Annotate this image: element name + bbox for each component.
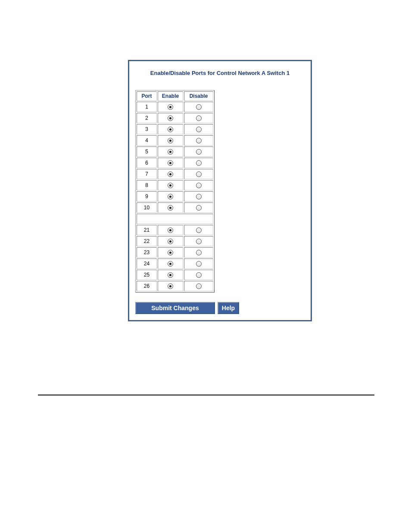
port-cell: 1 <box>137 102 157 112</box>
disable-cell <box>184 258 213 269</box>
disable-cell <box>184 102 213 112</box>
enable-cell <box>158 191 183 202</box>
port-cell: 22 <box>137 236 157 246</box>
disable-cell <box>184 135 213 146</box>
disable-radio[interactable] <box>196 104 202 110</box>
enable-radio[interactable] <box>168 227 173 233</box>
disable-cell <box>184 113 213 123</box>
port-cell: 5 <box>137 146 157 157</box>
disable-radio[interactable] <box>196 239 202 244</box>
button-row: Submit Changes Help <box>135 302 305 314</box>
help-button[interactable]: Help <box>218 302 239 314</box>
disable-radio[interactable] <box>196 160 202 166</box>
disable-cell <box>184 270 213 280</box>
table-row: 10 <box>137 202 213 213</box>
disable-cell <box>184 247 213 258</box>
disable-radio[interactable] <box>196 171 202 177</box>
enable-radio[interactable] <box>168 205 173 211</box>
enable-radio[interactable] <box>168 183 173 188</box>
panel-title: Enable/Disable Ports for Control Network… <box>135 70 305 76</box>
enable-radio[interactable] <box>168 171 173 177</box>
table-row: 8 <box>137 180 213 190</box>
enable-cell <box>158 169 183 179</box>
port-config-panel: Enable/Disable Ports for Control Network… <box>128 60 312 321</box>
table-row: 2 <box>137 113 213 123</box>
enable-cell <box>158 146 183 157</box>
disable-cell <box>184 281 213 291</box>
port-cell: 3 <box>137 124 157 134</box>
disable-radio[interactable] <box>196 194 202 199</box>
enable-cell <box>158 236 183 246</box>
disable-radio[interactable] <box>196 115 202 121</box>
enable-cell <box>158 225 183 235</box>
port-cell: 8 <box>137 180 157 190</box>
disable-cell <box>184 169 213 179</box>
table-row: 9 <box>137 191 213 202</box>
enable-radio[interactable] <box>168 127 173 132</box>
disable-cell <box>184 202 213 213</box>
header-disable: Disable <box>184 91 213 101</box>
table-row: 24 <box>137 258 213 269</box>
header-port: Port <box>137 91 157 101</box>
disable-cell <box>184 146 213 157</box>
table-row: 21 <box>137 225 213 235</box>
disable-cell <box>184 191 213 202</box>
enable-cell <box>158 202 183 213</box>
disable-radio[interactable] <box>196 272 202 278</box>
port-cell: 7 <box>137 169 157 179</box>
enable-cell <box>158 281 183 291</box>
enable-radio[interactable] <box>168 115 173 121</box>
disable-cell <box>184 180 213 190</box>
port-table: Port Enable Disable 12345678910212223242… <box>135 90 215 292</box>
table-row: 4 <box>137 135 213 146</box>
disable-radio[interactable] <box>196 138 202 143</box>
disable-radio[interactable] <box>196 183 202 188</box>
table-row: 7 <box>137 169 213 179</box>
disable-radio[interactable] <box>196 205 202 211</box>
submit-button[interactable]: Submit Changes <box>135 302 215 314</box>
port-cell: 25 <box>137 270 157 280</box>
enable-cell <box>158 113 183 123</box>
port-cell: 23 <box>137 247 157 258</box>
disable-radio[interactable] <box>196 261 202 267</box>
enable-cell <box>158 124 183 134</box>
enable-radio[interactable] <box>168 149 173 155</box>
enable-cell <box>158 258 183 269</box>
enable-cell <box>158 270 183 280</box>
page-divider <box>38 395 374 395</box>
enable-radio[interactable] <box>168 239 173 244</box>
port-cell: 21 <box>137 225 157 235</box>
table-row: 26 <box>137 281 213 291</box>
enable-radio[interactable] <box>168 261 173 267</box>
disable-radio[interactable] <box>196 283 202 289</box>
disable-radio[interactable] <box>196 250 202 255</box>
disable-radio[interactable] <box>196 227 202 233</box>
table-row: 23 <box>137 247 213 258</box>
disable-cell <box>184 225 213 235</box>
enable-radio[interactable] <box>168 138 173 143</box>
disable-cell <box>184 236 213 246</box>
disable-radio[interactable] <box>196 127 202 132</box>
enable-cell <box>158 102 183 112</box>
port-cell: 24 <box>137 258 157 269</box>
header-enable: Enable <box>158 91 183 101</box>
disable-cell <box>184 158 213 168</box>
enable-radio[interactable] <box>168 104 173 110</box>
port-cell: 10 <box>137 202 157 213</box>
disable-radio[interactable] <box>196 149 202 155</box>
table-row: 5 <box>137 146 213 157</box>
enable-radio[interactable] <box>168 250 173 255</box>
table-row: 22 <box>137 236 213 246</box>
enable-cell <box>158 158 183 168</box>
enable-cell <box>158 135 183 146</box>
port-table-wrapper: Port Enable Disable 12345678910212223242… <box>135 90 305 292</box>
disable-cell <box>184 124 213 134</box>
table-row: 1 <box>137 102 213 112</box>
port-cell: 26 <box>137 281 157 291</box>
enable-radio[interactable] <box>168 272 173 278</box>
enable-radio[interactable] <box>168 283 173 289</box>
table-row: 25 <box>137 270 213 280</box>
enable-radio[interactable] <box>168 160 173 166</box>
enable-radio[interactable] <box>168 194 173 199</box>
port-cell: 9 <box>137 191 157 202</box>
